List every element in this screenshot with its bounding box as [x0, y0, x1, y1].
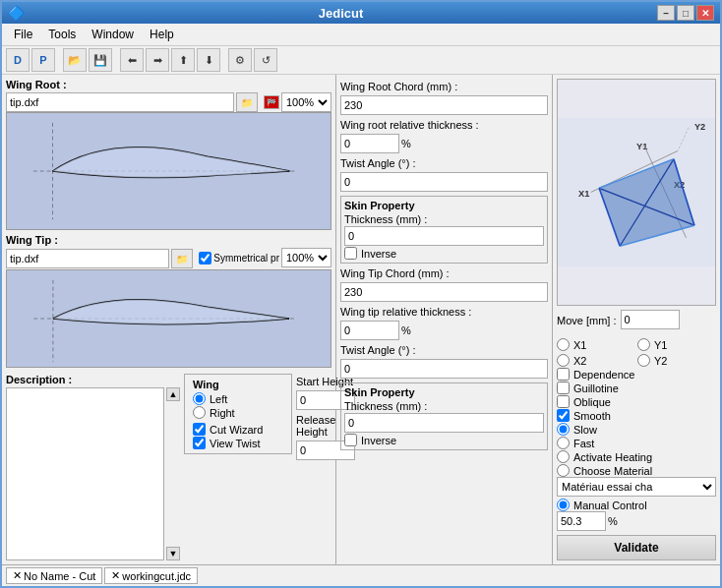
right-radio[interactable] [193, 406, 206, 419]
wing-root-zoom-select[interactable]: 100%50%75%125% [281, 92, 331, 112]
x1-radio[interactable] [557, 338, 570, 351]
svg-text:Y2: Y2 [694, 122, 705, 132]
toolbar-btn-refresh[interactable]: ↺ [254, 48, 277, 72]
tip-rel-thickness-input[interactable] [340, 321, 399, 340]
wing-root-chord-label: Wing Root Chord (mm) : [340, 81, 548, 92]
move-input[interactable] [621, 310, 680, 329]
toolbar-btn-open[interactable]: 📂 [63, 48, 87, 72]
scroll-up-arrow[interactable]: ▲ [166, 387, 180, 401]
inverse-checkbox-2[interactable] [344, 434, 357, 446]
percent-label: % [608, 515, 618, 527]
guillotine-checkbox[interactable] [557, 382, 570, 394]
middle-panel: Wing Root Chord (mm) : Wing root relativ… [336, 75, 553, 564]
wing-tip-zoom-select[interactable]: 100%50%75%125% [281, 248, 331, 267]
manual-control-radio[interactable] [557, 499, 570, 511]
tab-no-name-label: ✕ [13, 569, 22, 582]
window-title: Jedicut [25, 6, 657, 21]
tab-workingcut[interactable]: ✕ workingcut.jdc [104, 567, 198, 584]
left-label: Left [210, 393, 227, 405]
wing-tip-chord-label: Wing Tip Chord (mm) : [340, 267, 548, 279]
toolbar: D P 📂 💾 ⬅ ➡ ⬆ ⬇ ⚙ ↺ [2, 46, 720, 75]
y2-radio[interactable] [637, 354, 650, 367]
minimize-button[interactable]: – [657, 5, 675, 21]
activate-heating-row: Activate Heating [557, 450, 716, 463]
wing-tip-label: Wing Tip : [6, 234, 331, 246]
toolbar-btn-up[interactable]: ⬆ [171, 48, 195, 72]
activate-heating-label: Activate Heating [573, 451, 652, 463]
wing-group-box: Wing Left Right Cut Wizard [184, 374, 292, 560]
manual-value-input[interactable] [557, 511, 606, 531]
inverse-checkbox-1[interactable] [344, 247, 357, 260]
wing-root-flag-icon: 🏁 [264, 95, 279, 109]
wing-group-title: Wing [193, 379, 283, 390]
guillotine-row: Guillotine [557, 382, 716, 394]
oblique-checkbox[interactable] [557, 395, 570, 408]
inverse-label-1: Inverse [361, 248, 396, 260]
menu-window[interactable]: Window [84, 26, 142, 43]
activate-heating-radio[interactable] [557, 450, 570, 463]
x1-label: X1 [573, 339, 586, 351]
material-select[interactable]: Matériau essai cha [557, 477, 716, 497]
tab-workingcut-close: ✕ [111, 569, 120, 582]
slow-radio[interactable] [557, 423, 570, 436]
thickness-input-2[interactable] [344, 413, 544, 433]
y1-radio[interactable] [637, 338, 650, 351]
wing-root-browse-btn[interactable]: 📁 [236, 92, 258, 112]
y2-label: Y2 [654, 355, 667, 367]
toolbar-btn-left[interactable]: ⬅ [120, 48, 144, 72]
fast-label: Fast [573, 438, 594, 449]
smooth-checkbox[interactable] [557, 409, 570, 422]
toolbar-btn-d[interactable]: D [6, 48, 30, 72]
oblique-label: Oblique [573, 396, 611, 408]
dependence-label: Dependence [573, 369, 634, 381]
wing-root-file-input[interactable] [6, 92, 234, 112]
manual-control-label: Manual Control [573, 500, 647, 511]
validate-button[interactable]: Validate [557, 535, 716, 560]
tab-no-name[interactable]: ✕ No Name - Cut [6, 567, 102, 584]
menu-help[interactable]: Help [142, 26, 182, 43]
scroll-down-arrow[interactable]: ▼ [166, 547, 180, 560]
toolbar-btn-save[interactable]: 💾 [89, 48, 112, 72]
dependence-checkbox[interactable] [557, 368, 570, 381]
root-rel-thickness-input[interactable] [340, 134, 399, 153]
cut-wizard-checkbox[interactable] [193, 423, 206, 436]
wing-tip-file-row: 📁 Symmetrical pr 100%50%75%125% [6, 248, 331, 269]
left-radio[interactable] [193, 392, 206, 405]
main-content: Wing Root : 📁 🏁 100%50%75%125% [2, 75, 720, 564]
twist-angle-input-2[interactable] [340, 359, 548, 379]
wing-tip-chord-input[interactable] [340, 282, 548, 302]
wing-tip-file-input[interactable] [6, 249, 169, 268]
3d-view: Y2 Y1 X1 X2 [557, 79, 716, 306]
view-twist-checkbox[interactable] [193, 437, 206, 449]
toolbar-btn-settings[interactable]: ⚙ [228, 48, 252, 72]
guillotine-label: Guillotine [573, 382, 619, 394]
bottom-row: Description : ▲ ▼ Wing [6, 374, 331, 560]
maximize-button[interactable]: □ [677, 5, 694, 21]
toolbar-btn-p[interactable]: P [31, 48, 55, 72]
close-button[interactable]: ✕ [696, 5, 714, 21]
thickness-input-1[interactable] [344, 226, 544, 246]
menu-file[interactable]: File [6, 26, 40, 43]
slow-row: Slow [557, 423, 716, 436]
menu-tools[interactable]: Tools [40, 26, 84, 43]
wing-tip-preview [6, 269, 331, 368]
symmetrical-label: Symmetrical pr [213, 253, 279, 264]
wing-tip-browse-btn[interactable]: 📁 [171, 249, 193, 268]
inverse-label-2: Inverse [361, 435, 396, 446]
slow-label: Slow [573, 424, 597, 436]
description-textarea[interactable] [6, 387, 164, 560]
smooth-label: Smooth [573, 410, 611, 422]
x2-radio[interactable] [557, 354, 570, 367]
wing-root-section: Wing Root : 📁 🏁 100%50%75%125% [6, 79, 331, 230]
axis-radio-grid: X1 Y1 X2 Y2 [557, 337, 716, 367]
toolbar-btn-down[interactable]: ⬇ [197, 48, 220, 72]
right-label: Right [210, 407, 235, 419]
skin-property-title-1: Skin Property [344, 200, 544, 211]
toolbar-btn-right[interactable]: ➡ [146, 48, 169, 72]
twist-angle-input-1[interactable] [340, 172, 548, 192]
manual-percent-row: % [557, 511, 716, 531]
symmetrical-checkbox[interactable] [199, 252, 211, 265]
wing-root-chord-input[interactable] [340, 95, 548, 115]
choose-material-radio[interactable] [557, 464, 570, 477]
fast-radio[interactable] [557, 437, 570, 449]
